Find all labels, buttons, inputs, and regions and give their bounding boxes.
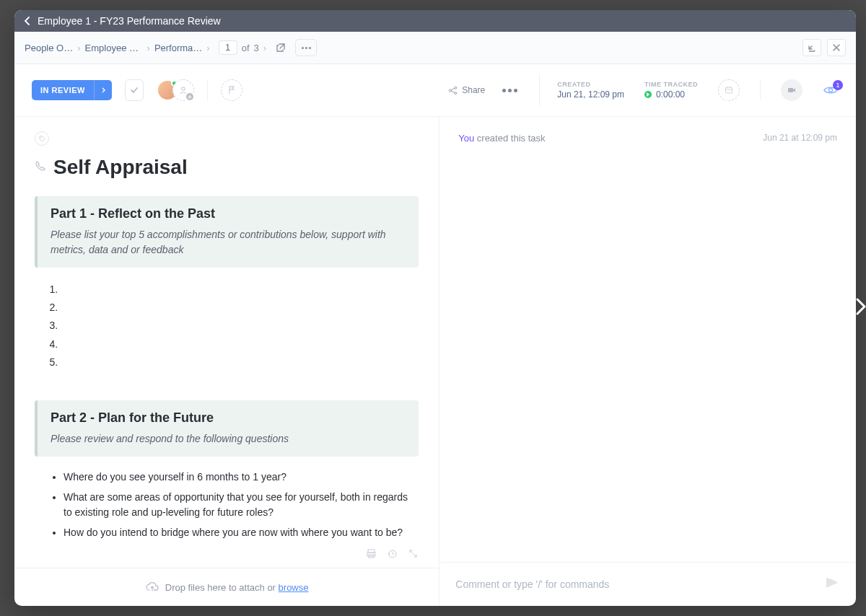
- divider: [760, 80, 761, 100]
- chevron-right-icon: ›: [263, 43, 266, 53]
- breadcrumb-item[interactable]: People O…: [25, 43, 73, 53]
- part2-callout: Part 2 - Plan for the Future Please revi…: [35, 400, 419, 457]
- part1-desc: Please list your top 5 accomplishments o…: [51, 227, 406, 258]
- list-item[interactable]: [61, 335, 419, 353]
- history-icon[interactable]: [387, 548, 398, 562]
- part2-questions: Where do you see yourself in 6 months to…: [35, 470, 419, 547]
- created-block: CREATED Jun 21, 12:09 pm: [557, 81, 624, 100]
- assignee-stack: +: [157, 79, 194, 101]
- svg-rect-9: [368, 550, 375, 553]
- activity-timestamp: Jun 21 at 12:09 pm: [763, 133, 837, 143]
- page-current-input[interactable]: [219, 40, 237, 55]
- task-title: Employee 1 - FY23 Performance Review: [38, 15, 221, 27]
- doc-footer-icons: [14, 547, 439, 568]
- list-item[interactable]: Where do you see yourself in 6 months to…: [64, 470, 419, 485]
- list-item[interactable]: [61, 281, 419, 299]
- created-value: Jun 21, 12:09 pm: [557, 89, 624, 100]
- activity-entry: You created this task Jun 21 at 12:09 pm: [458, 133, 837, 144]
- breadcrumbs: People O… › Employee E… › Performa… › of…: [25, 38, 317, 58]
- svg-point-8: [40, 136, 40, 137]
- breadcrumb-item[interactable]: Employee E…: [85, 43, 143, 53]
- status-button[interactable]: IN REVIEW: [32, 80, 112, 100]
- cloud-upload-icon: [145, 581, 159, 593]
- play-icon[interactable]: [644, 91, 652, 98]
- part2-desc: Please review and respond to the followi…: [51, 431, 406, 446]
- list-item[interactable]: [61, 353, 419, 371]
- chevron-right-icon: ›: [206, 43, 209, 53]
- breadcrumb-item[interactable]: Performa…: [154, 43, 202, 53]
- priority-button[interactable]: [221, 79, 242, 101]
- watchers-button[interactable]: 1: [823, 84, 839, 96]
- meta-bar: IN REVIEW + Share CREATED: [14, 64, 856, 117]
- attach-bar[interactable]: Drop files here to attach or browse: [14, 568, 439, 606]
- meta-right: CREATED Jun 21, 12:09 pm TIME TRACKED 0:…: [557, 79, 839, 101]
- list-item[interactable]: How do you intend to bridge where you ar…: [64, 525, 419, 541]
- comment-bar: [439, 562, 856, 606]
- svg-point-7: [829, 89, 833, 92]
- complete-button[interactable]: [125, 79, 144, 101]
- time-tracked-block: TIME TRACKED 0:00:00: [644, 81, 698, 100]
- watchers-count: 1: [833, 80, 843, 90]
- share-label: Share: [462, 85, 485, 95]
- part2-heading: Part 2 - Plan for the Future: [51, 410, 406, 426]
- pager: of 3 ›: [219, 40, 266, 55]
- activity-text: created this task: [474, 133, 545, 144]
- comment-input[interactable]: [455, 578, 824, 590]
- list-item[interactable]: What are some areas of opportunity that …: [64, 490, 419, 521]
- part1-heading: Part 1 - Reflect on the Past: [51, 206, 406, 221]
- status-label: IN REVIEW: [32, 80, 94, 100]
- comment-send-icon[interactable]: [824, 576, 840, 593]
- part1-callout: Part 1 - Reflect on the Past Please list…: [35, 196, 419, 268]
- phone-icon: [35, 160, 46, 175]
- browse-link[interactable]: browse: [279, 582, 309, 593]
- expand-icon[interactable]: [408, 548, 419, 562]
- open-new-icon[interactable]: [271, 38, 291, 58]
- next-panel-chevron[interactable]: [854, 296, 866, 320]
- activity-actor[interactable]: You: [458, 133, 474, 144]
- add-assignee-button[interactable]: +: [172, 79, 194, 101]
- breadcrumb-bar: People O… › Employee E… › Performa… › of…: [14, 32, 856, 64]
- activity-panel: You created this task Jun 21 at 12:09 pm: [439, 117, 856, 606]
- svg-point-2: [455, 87, 457, 89]
- titlebar: Employee 1 - FY23 Performance Review: [14, 10, 856, 32]
- svg-point-4: [455, 92, 457, 94]
- svg-rect-6: [788, 88, 793, 92]
- svg-point-3: [450, 89, 452, 92]
- chevron-right-icon: ›: [147, 43, 150, 53]
- part1-list[interactable]: [35, 281, 419, 371]
- list-item[interactable]: [61, 317, 419, 335]
- activity-feed: You created this task Jun 21 at 12:09 pm: [439, 117, 856, 562]
- tag-button[interactable]: [35, 131, 49, 146]
- svg-rect-5: [726, 87, 732, 93]
- status-dropdown-icon[interactable]: [94, 80, 112, 100]
- attach-text: Drop files here to attach or: [165, 582, 279, 593]
- record-button[interactable]: [781, 79, 802, 101]
- list-item[interactable]: How can your manager help get you to whe…: [64, 545, 419, 547]
- time-tracked-value: 0:00:00: [656, 89, 685, 100]
- doc-panel: Self Appraisal Part 1 - Reflect on the P…: [14, 117, 439, 606]
- page-of-label: of: [242, 43, 250, 53]
- svg-point-1: [182, 87, 185, 90]
- plus-icon: +: [185, 92, 195, 102]
- share-button[interactable]: Share: [448, 85, 485, 95]
- created-label: CREATED: [557, 81, 624, 88]
- minimize-button[interactable]: [802, 39, 821, 56]
- page-total: 3: [254, 43, 259, 53]
- chevron-right-icon: ›: [77, 43, 80, 53]
- time-tracked-label: TIME TRACKED: [644, 81, 698, 88]
- close-button[interactable]: [827, 39, 846, 56]
- more-menu-icon[interactable]: [295, 39, 317, 56]
- task-modal: Employee 1 - FY23 Performance Review Peo…: [14, 10, 856, 606]
- doc-title[interactable]: Self Appraisal: [53, 156, 188, 179]
- task-more-menu[interactable]: [498, 84, 522, 97]
- due-date-button[interactable]: [718, 79, 740, 101]
- list-item[interactable]: [61, 299, 419, 317]
- back-icon[interactable]: [23, 17, 32, 25]
- print-icon[interactable]: [366, 548, 377, 562]
- divider: [207, 80, 208, 100]
